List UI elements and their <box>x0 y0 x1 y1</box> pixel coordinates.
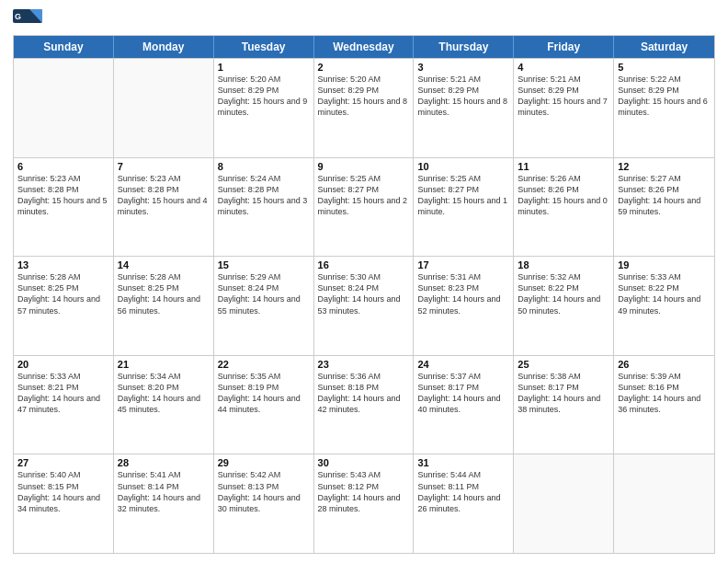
daylight-text: Daylight: 14 hours and 55 minutes. <box>218 293 310 316</box>
sunset-text: Sunset: 8:14 PM <box>118 481 210 492</box>
week-row-3: 13Sunrise: 5:28 AMSunset: 8:25 PMDayligh… <box>14 256 714 355</box>
daylight-text: Daylight: 14 hours and 49 minutes. <box>618 293 711 316</box>
day-number: 1 <box>218 62 310 73</box>
daylight-text: Daylight: 14 hours and 30 minutes. <box>218 492 310 514</box>
sunrise-text: Sunrise: 5:28 AM <box>17 271 109 282</box>
sunset-text: Sunset: 8:23 PM <box>417 282 509 293</box>
daylight-text: Daylight: 14 hours and 56 minutes. <box>118 293 210 316</box>
empty-cell <box>614 454 714 553</box>
header-day-friday: Friday <box>514 36 614 58</box>
sunset-text: Sunset: 8:29 PM <box>618 85 711 96</box>
sunset-text: Sunset: 8:27 PM <box>318 184 410 195</box>
header-day-wednesday: Wednesday <box>314 36 415 58</box>
sunset-text: Sunset: 8:27 PM <box>417 184 509 195</box>
day-number: 13 <box>17 259 109 270</box>
svg-text:G: G <box>15 12 21 21</box>
sunrise-text: Sunrise: 5:29 AM <box>218 271 310 282</box>
day-number: 28 <box>118 457 210 468</box>
logo-icon: G <box>13 9 42 29</box>
daylight-text: Daylight: 14 hours and 42 minutes. <box>318 393 410 415</box>
daylight-text: Daylight: 14 hours and 45 minutes. <box>118 393 210 415</box>
day-number: 27 <box>17 457 109 468</box>
day-number: 26 <box>618 359 711 370</box>
day-cell-30: 30Sunrise: 5:43 AMSunset: 8:12 PMDayligh… <box>314 454 415 553</box>
day-number: 2 <box>318 62 410 73</box>
empty-cell <box>14 59 114 157</box>
sunset-text: Sunset: 8:17 PM <box>518 382 609 393</box>
day-number: 11 <box>518 161 609 172</box>
daylight-text: Daylight: 14 hours and 44 minutes. <box>218 393 310 415</box>
day-cell-10: 10Sunrise: 5:25 AMSunset: 8:27 PMDayligh… <box>414 158 514 257</box>
sunrise-text: Sunrise: 5:32 AM <box>518 271 609 282</box>
day-cell-26: 26Sunrise: 5:39 AMSunset: 8:16 PMDayligh… <box>614 356 714 454</box>
daylight-text: Daylight: 14 hours and 52 minutes. <box>417 293 509 316</box>
day-cell-14: 14Sunrise: 5:28 AMSunset: 8:25 PMDayligh… <box>114 257 214 355</box>
sunrise-text: Sunrise: 5:20 AM <box>318 74 410 85</box>
sunset-text: Sunset: 8:24 PM <box>218 282 310 293</box>
daylight-text: Daylight: 15 hours and 8 minutes. <box>417 96 509 118</box>
week-row-5: 27Sunrise: 5:40 AMSunset: 8:15 PMDayligh… <box>14 454 714 553</box>
daylight-text: Daylight: 14 hours and 28 minutes. <box>318 492 410 514</box>
sunset-text: Sunset: 8:29 PM <box>318 85 410 96</box>
day-number: 4 <box>518 62 609 73</box>
sunset-text: Sunset: 8:15 PM <box>17 481 109 492</box>
sunset-text: Sunset: 8:29 PM <box>218 85 310 96</box>
sunrise-text: Sunrise: 5:44 AM <box>417 469 509 480</box>
sunrise-text: Sunrise: 5:21 AM <box>417 74 509 85</box>
daylight-text: Daylight: 15 hours and 0 minutes. <box>518 195 609 217</box>
daylight-text: Daylight: 14 hours and 36 minutes. <box>618 393 711 415</box>
daylight-text: Daylight: 14 hours and 26 minutes. <box>417 492 509 514</box>
day-number: 6 <box>17 161 109 172</box>
calendar-body: 1Sunrise: 5:20 AMSunset: 8:29 PMDaylight… <box>14 58 714 553</box>
empty-cell <box>514 454 614 553</box>
sunset-text: Sunset: 8:29 PM <box>518 85 609 96</box>
sunrise-text: Sunrise: 5:36 AM <box>318 371 410 382</box>
day-number: 5 <box>618 62 711 73</box>
daylight-text: Daylight: 14 hours and 53 minutes. <box>318 293 410 316</box>
sunrise-text: Sunrise: 5:26 AM <box>518 173 609 184</box>
sunset-text: Sunset: 8:16 PM <box>618 382 711 393</box>
day-cell-23: 23Sunrise: 5:36 AMSunset: 8:18 PMDayligh… <box>314 356 415 454</box>
sunrise-text: Sunrise: 5:24 AM <box>218 173 310 184</box>
sunset-text: Sunset: 8:28 PM <box>118 184 210 195</box>
daylight-text: Daylight: 15 hours and 1 minute. <box>417 195 509 217</box>
header-day-sunday: Sunday <box>14 36 114 58</box>
daylight-text: Daylight: 14 hours and 59 minutes. <box>618 195 711 217</box>
day-number: 20 <box>17 359 109 370</box>
day-cell-6: 6Sunrise: 5:23 AMSunset: 8:28 PMDaylight… <box>14 158 114 257</box>
sunrise-text: Sunrise: 5:33 AM <box>618 271 711 282</box>
daylight-text: Daylight: 14 hours and 34 minutes. <box>17 492 109 514</box>
day-number: 3 <box>417 62 509 73</box>
day-number: 7 <box>118 161 210 172</box>
day-number: 30 <box>318 457 410 468</box>
day-number: 29 <box>218 457 310 468</box>
daylight-text: Daylight: 15 hours and 4 minutes. <box>118 195 210 217</box>
daylight-text: Daylight: 14 hours and 50 minutes. <box>518 293 609 316</box>
day-cell-20: 20Sunrise: 5:33 AMSunset: 8:21 PMDayligh… <box>14 356 114 454</box>
sunrise-text: Sunrise: 5:23 AM <box>17 173 109 184</box>
sunrise-text: Sunrise: 5:21 AM <box>518 74 609 85</box>
day-cell-8: 8Sunrise: 5:24 AMSunset: 8:28 PMDaylight… <box>214 158 314 257</box>
page: G SundayMondayTuesdayWednesdayThursdayFr… <box>0 0 728 563</box>
sunrise-text: Sunrise: 5:35 AM <box>218 371 310 382</box>
day-number: 9 <box>318 161 410 172</box>
sunrise-text: Sunrise: 5:34 AM <box>118 371 210 382</box>
sunrise-text: Sunrise: 5:38 AM <box>518 371 609 382</box>
day-number: 21 <box>118 359 210 370</box>
sunset-text: Sunset: 8:25 PM <box>118 282 210 293</box>
week-row-1: 1Sunrise: 5:20 AMSunset: 8:29 PMDaylight… <box>14 58 714 157</box>
day-cell-13: 13Sunrise: 5:28 AMSunset: 8:25 PMDayligh… <box>14 257 114 355</box>
logo: G <box>13 9 44 29</box>
sunset-text: Sunset: 8:12 PM <box>318 481 410 492</box>
daylight-text: Daylight: 15 hours and 5 minutes. <box>17 195 109 217</box>
daylight-text: Daylight: 14 hours and 38 minutes. <box>518 393 609 415</box>
sunset-text: Sunset: 8:26 PM <box>518 184 609 195</box>
day-number: 12 <box>618 161 711 172</box>
sunset-text: Sunset: 8:29 PM <box>417 85 509 96</box>
day-cell-5: 5Sunrise: 5:22 AMSunset: 8:29 PMDaylight… <box>614 59 714 157</box>
day-cell-9: 9Sunrise: 5:25 AMSunset: 8:27 PMDaylight… <box>314 158 415 257</box>
day-cell-22: 22Sunrise: 5:35 AMSunset: 8:19 PMDayligh… <box>214 356 314 454</box>
sunset-text: Sunset: 8:25 PM <box>17 282 109 293</box>
sunrise-text: Sunrise: 5:39 AM <box>618 371 711 382</box>
daylight-text: Daylight: 14 hours and 40 minutes. <box>417 393 509 415</box>
